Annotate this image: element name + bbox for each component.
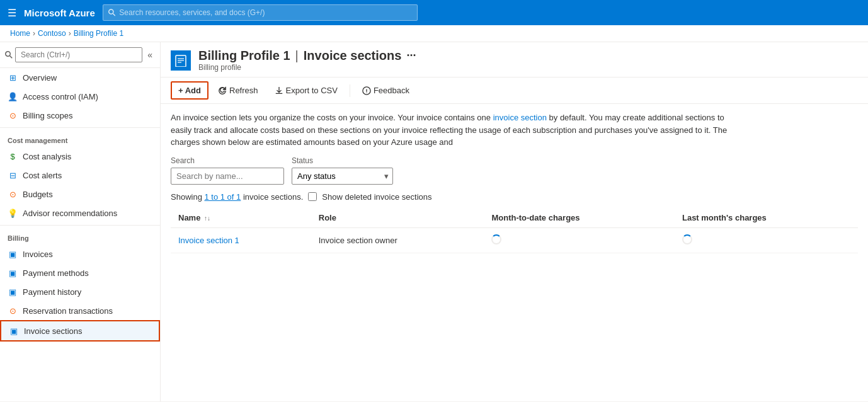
- sidebar-item-label: Payment history: [23, 287, 81, 297]
- toolbar-divider: [350, 84, 350, 97]
- global-search-input[interactable]: [119, 8, 411, 17]
- svg-point-2: [6, 52, 11, 57]
- sidebar-item-payment-methods[interactable]: ▣ Payment methods: [0, 263, 160, 282]
- cost-alerts-icon: ⊟: [8, 170, 18, 180]
- svg-point-0: [109, 9, 113, 14]
- hamburger-menu[interactable]: ☰: [8, 7, 16, 19]
- sidebar-item-overview[interactable]: ⊞ Overview: [0, 68, 160, 87]
- breadcrumb: Home › Contoso › Billing Profile 1: [0, 25, 868, 42]
- refresh-icon: [218, 86, 227, 95]
- sidebar-item-label: Billing scopes: [23, 111, 73, 120]
- col-name: Name ↑↓: [171, 208, 311, 228]
- status-filter-label: Status: [292, 156, 393, 165]
- export-button[interactable]: Export to CSV: [268, 82, 345, 99]
- sidebar-item-invoices[interactable]: ▣ Invoices: [0, 244, 160, 263]
- sidebar-item-label: Reservation transactions: [23, 306, 113, 316]
- month-charges-spinner: [491, 234, 501, 244]
- reservation-icon: ⊙: [8, 306, 18, 316]
- sidebar-item-budgets[interactable]: ⊙ Budgets: [0, 185, 160, 204]
- search-filter-input[interactable]: [171, 168, 284, 185]
- cost-analysis-icon: $: [8, 151, 18, 161]
- export-icon: [275, 86, 283, 95]
- content-area: An invoice section lets you organize the…: [161, 104, 868, 261]
- sidebar-search-icon: [5, 51, 13, 59]
- sidebar-item-cost-alerts[interactable]: ⊟ Cost alerts: [0, 166, 160, 185]
- show-deleted-label: Show deleted invoice sections: [322, 192, 431, 202]
- chevron-down-icon: ▾: [380, 171, 392, 181]
- divider: [0, 127, 160, 128]
- sidebar-item-label: Cost analysis: [23, 152, 71, 161]
- page-icon: [171, 50, 191, 71]
- advisor-icon: 💡: [8, 208, 18, 218]
- svg-rect-4: [176, 55, 186, 67]
- billing-section-label: Billing: [0, 228, 160, 244]
- sidebar-item-label: Access control (IAM): [23, 92, 98, 101]
- showing-text: Showing 1 to 1 of 1 invoice sections.: [171, 192, 303, 202]
- status-filter-group: Status Any status Active Deleted ▾: [292, 156, 393, 185]
- toolbar: + Add Refresh Export to CSV Feedback: [161, 78, 868, 104]
- payment-history-icon: ▣: [8, 287, 18, 297]
- show-deleted-checkbox[interactable]: [308, 192, 317, 201]
- feedback-button[interactable]: Feedback: [355, 82, 416, 99]
- sidebar-item-cost-analysis[interactable]: $ Cost analysis: [0, 147, 160, 166]
- invoice-sections-icon: ▣: [9, 326, 19, 336]
- page-title-block: Billing Profile 1 | Invoice sections ···…: [198, 49, 416, 72]
- app-title: Microsoft Azure: [24, 8, 95, 18]
- access-control-icon: 👤: [8, 91, 18, 101]
- sidebar-item-invoice-sections[interactable]: ▣ Invoice sections: [0, 320, 160, 342]
- filters-row: Search Status Any status Active Deleted …: [171, 156, 858, 185]
- add-button[interactable]: + Add: [171, 81, 208, 100]
- refresh-button[interactable]: Refresh: [211, 82, 265, 99]
- breadcrumb-contoso[interactable]: Contoso: [38, 29, 66, 38]
- budgets-icon: ⊙: [8, 189, 18, 199]
- col-role: Role: [311, 208, 484, 228]
- sidebar-search-input[interactable]: [15, 47, 142, 62]
- billing-profile-icon: [174, 54, 187, 67]
- invoice-section-link[interactable]: invoice section: [493, 113, 547, 122]
- page-header: Billing Profile 1 | Invoice sections ···…: [161, 42, 868, 78]
- global-search-bar[interactable]: [103, 4, 418, 21]
- billing-scopes-icon: ⊙: [8, 110, 18, 120]
- svg-line-3: [10, 56, 13, 59]
- divider-billing: [0, 225, 160, 226]
- breadcrumb-billing-profile[interactable]: Billing Profile 1: [74, 29, 123, 38]
- main-content: An invoice section lets you organize the…: [161, 104, 868, 401]
- search-filter-label: Search: [171, 156, 284, 165]
- search-filter-group: Search: [171, 156, 284, 185]
- sidebar-item-reservation-transactions[interactable]: ⊙ Reservation transactions: [0, 301, 160, 320]
- breadcrumb-home[interactable]: Home: [10, 29, 30, 38]
- status-select-wrap: Any status Active Deleted ▾: [292, 168, 393, 185]
- svg-line-1: [113, 13, 115, 16]
- last-month-charges-spinner: [682, 234, 692, 244]
- page-layout: « ⊞ Overview 👤 Access control (IAM) ⊙ Bi…: [0, 42, 868, 401]
- status-select[interactable]: Any status Active Deleted: [292, 168, 380, 184]
- ellipsis-menu[interactable]: ···: [406, 49, 416, 62]
- sidebar-item-label: Advisor recommendations: [23, 209, 117, 218]
- sidebar-collapse-button[interactable]: «: [145, 49, 155, 61]
- page-title: Billing Profile 1 | Invoice sections ···: [198, 49, 416, 63]
- sidebar-item-label: Payment methods: [23, 268, 89, 278]
- showing-link[interactable]: 1 to 1 of 1: [204, 192, 241, 202]
- sidebar-item-payment-history[interactable]: ▣ Payment history: [0, 282, 160, 301]
- search-icon: [108, 9, 116, 16]
- sidebar-item-access-control[interactable]: 👤 Access control (IAM): [0, 87, 160, 106]
- top-navigation: ☰ Microsoft Azure: [0, 0, 868, 25]
- table-body: Invoice section 1 Invoice section owner: [171, 227, 858, 253]
- invoice-section-1-link[interactable]: Invoice section 1: [178, 236, 239, 245]
- sidebar-item-billing-scopes[interactable]: ⊙ Billing scopes: [0, 106, 160, 125]
- payment-methods-icon: ▣: [8, 268, 18, 278]
- table-row: Invoice section 1 Invoice section owner: [171, 227, 858, 253]
- sidebar-item-label: Cost alerts: [23, 171, 62, 180]
- col-month-charges: Month-to-date charges: [484, 208, 675, 228]
- sidebar-item-advisor[interactable]: 💡 Advisor recommendations: [0, 204, 160, 222]
- sidebar-item-label: Invoice sections: [24, 326, 83, 336]
- overview-icon: ⊞: [8, 72, 18, 83]
- showing-row: Showing 1 to 1 of 1 invoice sections. Sh…: [171, 192, 858, 202]
- cell-month-charges: [484, 227, 675, 253]
- description-text: An invoice section lets you organize the…: [171, 112, 738, 149]
- invoices-icon: ▣: [8, 249, 18, 259]
- sort-icon-name[interactable]: ↑↓: [204, 215, 210, 222]
- cost-management-section-label: Cost management: [0, 130, 160, 147]
- cell-role: Invoice section owner: [311, 227, 484, 253]
- table-header: Name ↑↓ Role Month-to-date charges Last …: [171, 208, 858, 228]
